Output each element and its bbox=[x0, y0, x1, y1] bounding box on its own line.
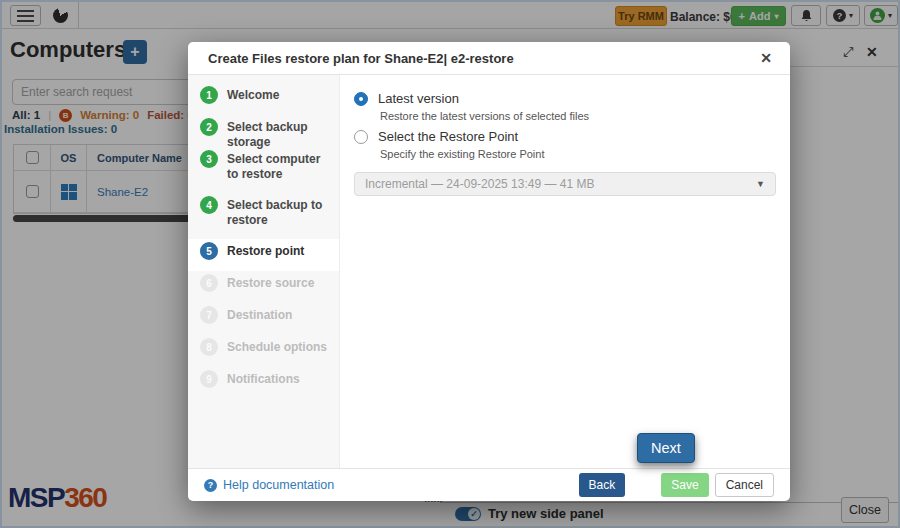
help-documentation-link[interactable]: ? Help documentation bbox=[204, 478, 334, 492]
latest-version-radio[interactable] bbox=[354, 92, 368, 106]
app-screen: Try RMM Balance: $0 + Add ▾ ? ▾ ▾ Comput… bbox=[0, 0, 900, 528]
next-button[interactable]: Next bbox=[637, 433, 695, 463]
footer-buttons: Back Save Cancel bbox=[579, 473, 774, 497]
step-schedule-options: 8 Schedule options bbox=[188, 335, 339, 367]
question-circle-icon: ? bbox=[204, 479, 217, 492]
restore-point-radio[interactable] bbox=[354, 130, 368, 144]
dialog-footer: ? Help documentation Back Save Cancel bbox=[188, 468, 790, 501]
step-restore-point: 5 Restore point bbox=[188, 239, 340, 271]
latest-version-desc: Restore the latest versions of selected … bbox=[380, 110, 776, 122]
dialog-header: Create Files restore plan for Shane-E2| … bbox=[188, 42, 790, 75]
restore-point-panel: Latest version Restore the latest versio… bbox=[340, 75, 790, 468]
dialog-title: Create Files restore plan for Shane-E2| … bbox=[208, 51, 514, 66]
step-restore-source: 6 Restore source bbox=[188, 271, 339, 303]
option-latest-version: Latest version Restore the latest versio… bbox=[354, 91, 776, 122]
step-select-computer: 3 Select computer to restore bbox=[188, 147, 339, 193]
step-notifications: 9 Notifications bbox=[188, 367, 339, 399]
save-button[interactable]: Save bbox=[661, 473, 708, 497]
latest-version-label: Latest version bbox=[378, 91, 459, 106]
step-welcome: 1 Welcome bbox=[188, 83, 339, 115]
cancel-button[interactable]: Cancel bbox=[715, 473, 774, 497]
restore-point-select-value: Incremental — 24-09-2025 13:49 — 41 MB bbox=[365, 177, 594, 191]
restore-point-select[interactable]: Incremental — 24-09-2025 13:49 — 41 MB ▼ bbox=[354, 172, 776, 196]
back-button[interactable]: Back bbox=[579, 473, 626, 497]
wizard-steps: 1 Welcome 2 Select backup storage 3 Sele… bbox=[188, 75, 340, 468]
restore-point-desc: Specify the existing Restore Point bbox=[380, 148, 776, 160]
step-select-backup: 4 Select backup to restore bbox=[188, 193, 339, 239]
restore-plan-wizard-dialog: Create Files restore plan for Shane-E2| … bbox=[188, 42, 790, 501]
help-documentation-label: Help documentation bbox=[223, 478, 334, 492]
select-caret-icon: ▼ bbox=[756, 179, 765, 189]
option-select-restore-point: Select the Restore Point Specify the exi… bbox=[354, 129, 776, 160]
step-destination: 7 Destination bbox=[188, 303, 339, 335]
restore-point-label: Select the Restore Point bbox=[378, 129, 518, 144]
dialog-body: 1 Welcome 2 Select backup storage 3 Sele… bbox=[188, 75, 790, 468]
step-select-backup-storage: 2 Select backup storage bbox=[188, 115, 339, 147]
dialog-close-icon[interactable]: ✕ bbox=[760, 50, 772, 66]
